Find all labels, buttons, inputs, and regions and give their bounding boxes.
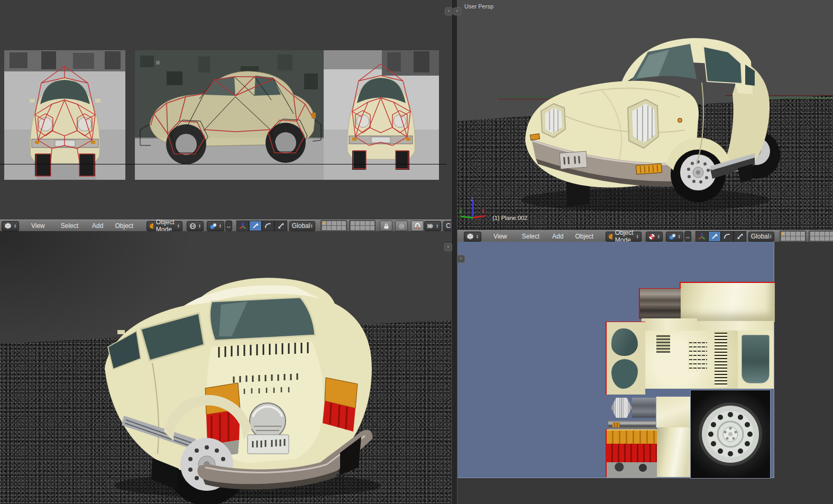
arrow-icon — [252, 222, 259, 230]
small-cube-icon — [427, 223, 434, 230]
orange-cube-icon — [608, 233, 612, 240]
box-arrow-icon — [736, 233, 744, 240]
dropdown-arrows: ▲▼ — [14, 224, 16, 228]
area-corner-widget[interactable]: + — [453, 7, 461, 15]
area-corner-widget[interactable]: + — [445, 7, 453, 15]
menu-add[interactable]: Add — [547, 233, 568, 240]
header-3dview-left: ▲▼ View Select Add Object Object Mode ▲▼… — [0, 219, 451, 231]
gizmo-x-label: x — [482, 208, 484, 214]
ring-icon: ◎ — [399, 223, 404, 229]
viewport-rear-3d[interactable] — [0, 231, 451, 504]
translate-manipulator-button[interactable] — [249, 221, 262, 231]
layers-grid-2[interactable] — [809, 231, 833, 242]
manipulator-toggle-button[interactable] — [236, 221, 249, 231]
globe-icon — [189, 223, 196, 230]
dropdown-arrows: ▲▼ — [219, 224, 222, 228]
editor-type-dropdown[interactable]: ▲▼ — [464, 232, 481, 242]
viewport-shading-dropdown[interactable]: ▲▼ — [187, 221, 204, 231]
uv-piece-side-windows — [606, 322, 645, 395]
translate-manipulator-button[interactable] — [708, 231, 721, 242]
uv-rear-window-glass — [742, 335, 770, 383]
uv-piece-fender-cream — [657, 427, 690, 477]
manipulator-group — [236, 221, 287, 231]
sphere-icon — [648, 233, 655, 240]
rotate-manipulator-button[interactable] — [721, 231, 734, 242]
mode-dropdown[interactable]: Object Mode ▲▼ — [606, 232, 642, 242]
viewport-shading-dropdown[interactable]: ▲▼ — [646, 232, 663, 242]
mode-dropdown[interactable]: Object Mode ▲▼ — [147, 221, 182, 231]
manipulate-centers-button[interactable]: ↔ — [225, 221, 232, 231]
active-layer-dot — [323, 222, 325, 224]
reference-photo-side — [135, 50, 324, 180]
reference-photo-front2 — [324, 50, 439, 180]
arrows-lr-icon: ↔ — [226, 223, 232, 229]
viewport-persp-3d[interactable]: User Persp (1) Plane.002 z y x ▲▼ View S… — [456, 0, 833, 242]
uv-taillight-orange — [607, 429, 657, 444]
arc-icon — [724, 233, 731, 240]
manipulator-toggle-button[interactable] — [695, 231, 708, 242]
viewport-references[interactable]: ▲▼ View Select Add Object Object Mode ▲▼… — [0, 0, 451, 231]
spheres-icon — [209, 223, 217, 230]
area-splitter-vertical[interactable] — [451, 0, 457, 504]
menu-add[interactable]: Add — [87, 222, 108, 230]
menu-view[interactable]: View — [489, 233, 512, 240]
uv-image-canvas[interactable] — [456, 242, 774, 478]
lock-button[interactable] — [380, 221, 392, 231]
layers-grid-1[interactable] — [321, 220, 347, 231]
uv-piece-cream-small — [656, 397, 691, 427]
pivot-point-dropdown[interactable]: ▲▼ — [666, 232, 683, 242]
uv-indicator-chip — [612, 423, 620, 427]
orientation-dropdown[interactable]: Global ▲▼ — [748, 232, 775, 242]
dropdown-arrows: ▲▼ — [310, 224, 313, 228]
scale-manipulator-button[interactable] — [734, 231, 746, 242]
menu-select[interactable]: Select — [56, 222, 83, 230]
snap-target-dropdown[interactable]: Closest ▲▼ — [443, 221, 451, 231]
dropdown-arrows: ▲▼ — [177, 224, 180, 228]
rotate-manipulator-button[interactable] — [262, 221, 274, 231]
dropdown-arrows: ▲▼ — [436, 224, 438, 228]
uv-piece-wheel — [690, 390, 771, 479]
box-arrow-icon — [277, 222, 285, 230]
uv-side-window-glass — [611, 359, 638, 389]
orientation-dropdown[interactable]: Global ▲▼ — [289, 221, 316, 231]
uv-piece-headlight — [611, 398, 632, 418]
uv-piece-hood-step — [689, 321, 774, 331]
snap-toggle-button[interactable] — [411, 221, 424, 231]
uv-piece-bumper — [639, 288, 681, 319]
menu-select[interactable]: Select — [517, 233, 544, 240]
magnet-icon — [414, 223, 421, 230]
arc-icon — [264, 222, 272, 230]
orange-cube-icon — [149, 223, 153, 230]
menu-object[interactable]: Object — [110, 222, 138, 230]
reference-image-side — [135, 50, 324, 180]
layers-grid-2[interactable] — [349, 220, 376, 231]
uv-image-editor[interactable] — [456, 242, 833, 504]
uv-taillight-red — [607, 444, 657, 462]
object-origin-dot — [678, 118, 682, 123]
proportional-edit-button[interactable]: ◎ — [395, 221, 408, 231]
header-3dview-right: ▲▼ View Select Add Object Object Mode ▲▼… — [456, 230, 833, 242]
axis-tripod-icon — [698, 233, 706, 240]
dropdown-arrows: ▲▼ — [636, 234, 639, 239]
menu-view[interactable]: View — [26, 222, 50, 230]
layers-grid-1[interactable] — [780, 231, 806, 242]
orientation-label: Global — [292, 222, 310, 230]
menu-object[interactable]: Object — [570, 233, 598, 240]
scale-manipulator-button[interactable] — [274, 221, 287, 231]
mode-label: Object Mode — [156, 218, 177, 231]
pivot-point-dropdown[interactable]: ▲▼ — [207, 221, 224, 231]
uv-piece-hood — [680, 282, 775, 322]
uv-piece-rear-window — [738, 331, 774, 389]
area-corner-widget[interactable]: + — [457, 255, 465, 263]
mode-label: Object Mode — [615, 229, 636, 242]
editor-type-dropdown[interactable]: ▲▼ — [2, 221, 19, 231]
gizmo-z-label: z — [471, 197, 473, 202]
snap-mode-dropdown[interactable]: ▲▼ — [424, 221, 441, 231]
area-corner-widget[interactable]: + — [444, 243, 452, 251]
cube-icon — [466, 233, 474, 240]
active-layer-dot — [782, 233, 784, 235]
viewport-name-label: User Persp — [464, 3, 493, 10]
manipulate-centers-button[interactable]: ↔ — [684, 231, 691, 242]
dropdown-arrows: ▲▼ — [678, 234, 681, 239]
reference-horizon-line — [0, 164, 447, 164]
